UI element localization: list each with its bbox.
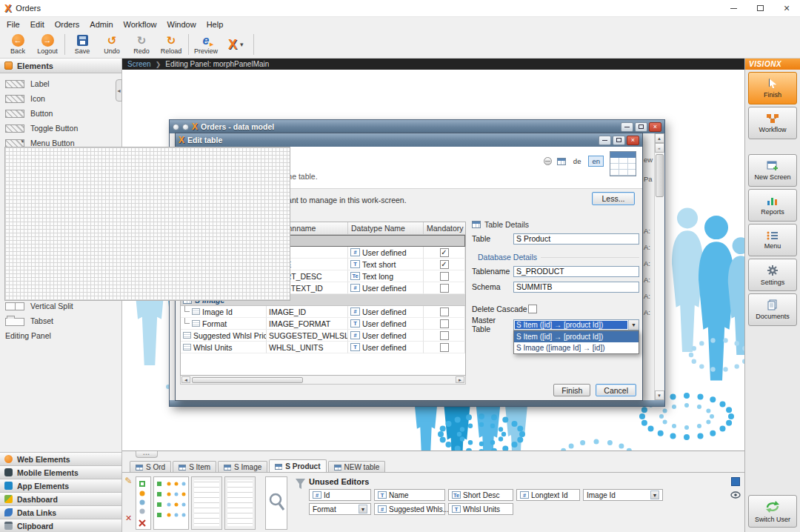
editor-format[interactable]: Format▼ [309,503,371,515]
vision-new-screen-button[interactable]: New Screen [748,154,797,187]
table-name-input[interactable]: S Product [513,233,639,245]
master-table-select[interactable]: S Item ([id] → [product Id]) ▼ S Item ([… [513,319,639,330]
section-clipboard[interactable]: Clipboard [0,519,121,532]
mandatory-checkbox[interactable] [440,319,449,328]
editor-id[interactable]: #Id [309,489,371,501]
delete-icon[interactable]: ✕ [125,513,132,523]
eye-icon[interactable] [730,491,741,499]
window-maximize-button[interactable] [747,0,773,16]
table-row[interactable]: Image Id IMAGE_ID #User defined [181,306,465,318]
window-close-button[interactable]: × [773,0,800,16]
data-model-titlebar[interactable]: X Orders - data model × [170,120,664,133]
reload-button[interactable]: ↻ Reload [156,31,186,58]
menu-workflow[interactable]: Workflow [119,19,162,30]
column-header-mandatory[interactable]: Mandatory [424,222,465,234]
globe-icon[interactable] [544,157,552,165]
editor-longtext-id[interactable]: #Longtext Id [516,489,580,501]
back-button[interactable]: ← Back [3,31,33,58]
element-label[interactable]: Label [0,76,121,91]
section-app-elements[interactable]: App Elements [0,479,121,492]
form-layout-preview[interactable] [191,476,222,530]
grid-view-icon[interactable] [731,477,740,486]
dialog-close-button[interactable]: × [627,136,639,145]
dialog-minimize-button[interactable] [621,122,633,132]
mandatory-checkbox[interactable] [440,343,449,352]
sidebar-collapse-handle[interactable]: ◄ [116,79,122,102]
mandatory-checkbox[interactable] [440,307,449,316]
switch-user-button[interactable]: Switch User [748,495,797,528]
element-button[interactable]: Button [0,106,121,121]
logout-button[interactable]: → Logout [33,31,62,58]
editor-name[interactable]: TName [374,489,445,501]
data-model-minimap[interactable] [153,476,189,530]
table-row[interactable]: Whlsl Units WHLSL_UNITS TUser defined [181,342,465,353]
editor-whlsl-units[interactable]: TWhlsl Units [448,503,513,515]
tab-s-ord[interactable]: S Ord [130,461,171,473]
vertical-scrollbar[interactable]: ▲ « ▼ [654,133,664,400]
scroll-right-icon[interactable]: ► [456,376,464,383]
section-dashboard[interactable]: Dashboard [0,492,121,505]
row-tools-panel[interactable] [136,476,151,530]
scroll-left-icon[interactable]: ◄ [181,376,190,383]
redo-button[interactable]: ↻ Redo [127,31,156,58]
tab-s-image[interactable]: S Image [218,461,267,473]
scroll-up-icon[interactable]: ▲ [655,133,664,143]
panel-resize-handle[interactable]: ••• [136,451,158,458]
tablename-input[interactable]: S_PRODUCT [513,266,639,277]
breadcrumb-screen[interactable]: Screen [127,60,151,68]
menu-help[interactable]: Help [201,19,229,30]
cancel-button[interactable]: Cancel [596,384,636,396]
menu-edit[interactable]: Edit [25,19,50,30]
scrollbar-thumb[interactable] [192,377,303,383]
editor-image-id[interactable]: Image Id▼ [583,489,663,501]
table-row[interactable]: Format IMAGE_FORMAT TUser defined [181,318,465,330]
tab-new-table[interactable]: NEW table [328,461,386,473]
less-button[interactable]: Less... [592,192,635,205]
form-layout-preview[interactable] [224,476,256,530]
window-minimize-button[interactable] [720,0,747,16]
mandatory-checkbox[interactable] [440,260,449,269]
element-editing-panel[interactable]: Editing Panel [0,328,121,343]
scroll-collapse-icon[interactable]: « [655,143,664,153]
column-header-datatype[interactable]: Datatype Name [348,222,424,234]
mandatory-checkbox[interactable] [440,284,449,293]
scroll-down-icon[interactable]: ▼ [655,390,664,400]
tab-s-item[interactable]: S Item [173,461,216,473]
section-mobile-elements[interactable]: Mobile Elements [0,465,121,479]
element-toggle-button[interactable]: Toggle Button [0,121,121,136]
dropdown-option-s-item[interactable]: S Item ([id] → [product Id]) [514,331,639,342]
section-data-links[interactable]: Data Links [0,505,121,519]
window-restore-icon[interactable] [182,124,189,130]
menu-window[interactable]: Window [162,19,201,30]
vision-reports-button[interactable]: Reports [748,189,797,222]
element-tabset[interactable]: Tabset [0,313,121,328]
undo-button[interactable]: ↺ Undo [97,31,127,58]
section-web-elements[interactable]: Web Elements [0,452,121,465]
visionx-logo-button[interactable]: X ▾ [221,31,251,58]
vision-documents-button[interactable]: Documents [748,293,797,326]
chevron-down-icon[interactable]: ▼ [628,320,639,330]
save-button[interactable]: Save [67,31,97,58]
schema-input[interactable]: SUMMITB [513,282,639,293]
vision-finish-button[interactable]: Finish [748,72,797,104]
editor-short-desc[interactable]: TeShort Desc [448,489,513,501]
horizontal-scrollbar[interactable]: ◄ ► [180,376,466,385]
edit-table-titlebar[interactable]: X Edit table × [176,133,642,147]
element-vertical-split[interactable]: Vertical Split [0,299,121,313]
language-de-button[interactable]: de [571,156,584,167]
mandatory-checkbox[interactable] [440,248,449,257]
scrollbar-thumb[interactable] [656,154,664,197]
preview-button[interactable]: e▶ Preview [191,31,221,58]
dialog-minimize-button[interactable] [599,136,611,145]
mandatory-checkbox[interactable] [440,272,449,281]
dialog-close-button[interactable]: × [649,122,661,132]
delete-cascade-checkbox[interactable] [528,305,537,313]
dropdown-option-s-image[interactable]: S Image ([image Id] → [id]) [514,342,639,353]
table-icon[interactable] [557,158,566,165]
window-pin-icon[interactable] [173,124,179,130]
vision-settings-button[interactable]: Settings [748,259,797,291]
vision-workflow-button[interactable]: Workflow [748,107,797,139]
menu-file[interactable]: File [1,19,25,30]
dialog-maximize-button[interactable] [635,122,647,132]
editor-suggested-whlsl[interactable]: #Suggested Whls... [374,503,445,515]
